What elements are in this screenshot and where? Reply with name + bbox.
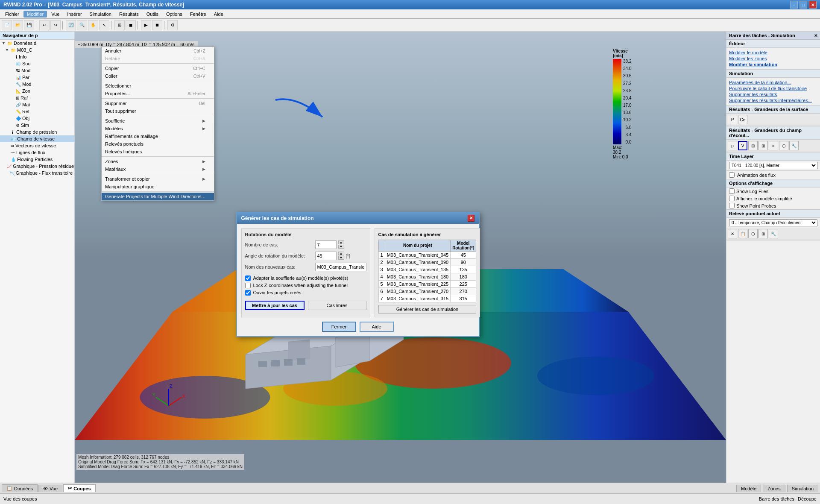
tree-item-m03[interactable]: ▼ 📁 M03_C [0, 47, 74, 53]
tb-open[interactable]: 📂 [13, 20, 23, 30]
table-row[interactable]: 2 M03_Campus_Transient_090 90 [378, 258, 476, 266]
rt-btn-ce[interactable]: Ce [738, 115, 747, 124]
angle-rotation-spinner[interactable]: ▲ ▼ [338, 252, 344, 260]
rt-btn-tool3[interactable]: ⊞ [748, 141, 758, 150]
supprimer-resultats-link[interactable]: Supprimer les résultats [729, 91, 817, 97]
table-row[interactable]: 7 M03_Campus_Transient_315 315 [378, 295, 476, 302]
supprimer-intermediaires-link[interactable]: Supprimer les résultats intermédiaires..… [729, 97, 817, 103]
menu-modifier[interactable]: Modifier [23, 11, 47, 18]
angle-spin-down[interactable]: ▼ [338, 256, 344, 260]
tree-item-rel[interactable]: 📏 Rel [0, 108, 74, 115]
tb-stop[interactable]: ⏹ [152, 20, 162, 30]
checkbox-adapter[interactable] [245, 275, 251, 281]
menu-vue[interactable]: Vue [48, 11, 63, 18]
checkbox-lock[interactable] [245, 283, 251, 288]
tree-item-raf[interactable]: ⊞ Raf [0, 94, 74, 101]
tree-item-champ-vitesse[interactable]: 💨 Champ de vitesse [0, 135, 74, 142]
tb-render[interactable]: ◼ [126, 20, 136, 30]
checkbox-ouvrir[interactable] [245, 290, 251, 296]
cm-copier[interactable]: Copier Ctrl+C [102, 64, 214, 72]
parametres-link[interactable]: Paramètres de la simulation... [729, 79, 817, 85]
tb-save[interactable]: 💾 [24, 20, 34, 30]
poursuivre-link[interactable]: Poursuivre le calcul de flux transitoire [729, 85, 817, 91]
table-row[interactable]: 1 M03_Campus_Transient_045 45 [378, 251, 476, 258]
tb-mesh[interactable]: ⊞ [114, 20, 125, 30]
tree-item-obj[interactable]: 🔷 Obj [0, 115, 74, 122]
nombre-de-cas-spinner[interactable]: ▲ ▼ [338, 240, 344, 249]
tree-item-sou[interactable]: 💨 Sou [0, 60, 74, 67]
cm-raffinements[interactable]: Raffinements de maillage [102, 132, 214, 140]
tree-item-graphique-flux[interactable]: 📉 Graphique - Flux transitoire [0, 170, 74, 176]
releve-btn2[interactable]: 📋 [738, 229, 747, 238]
table-row[interactable]: 5 M03_Campus_Transient_225 225 [378, 280, 476, 287]
menu-inserer[interactable]: Insérer [64, 11, 85, 18]
tab-zones[interactable]: Zones [763, 485, 785, 492]
menu-fichier[interactable]: Fichier [2, 11, 23, 18]
generer-cas-btn[interactable]: Générer les cas de simulation [378, 305, 477, 314]
tb-play[interactable]: ▶ [141, 20, 151, 30]
releve-ponctuel-select[interactable]: 0 - Temporaire, Champ d'écoulement [729, 219, 817, 226]
tab-donnees[interactable]: 📋 Données [2, 484, 38, 492]
close-btn[interactable]: ✕ [809, 1, 817, 9]
right-panel-header[interactable]: Barre des tâches - Simulation ✕ [726, 32, 820, 40]
modifier-simulation-link[interactable]: Modifier la simulation [729, 62, 817, 67]
tab-vue[interactable]: 👁 Vue [38, 485, 62, 492]
table-row[interactable]: 6 M03_Campus_Transient_270 270 [378, 287, 476, 295]
cm-refaire[interactable]: Refaire Ctrl+A [102, 55, 214, 62]
tab-coupes[interactable]: ✂ Coupes [63, 484, 95, 492]
tb-pan[interactable]: ✋ [88, 20, 98, 30]
tree-item-graphique-pression[interactable]: 📈 Graphique - Pression résiduelle [0, 163, 74, 170]
menu-simulation[interactable]: Simulation [86, 11, 115, 18]
releve-btn5[interactable]: 🔧 [769, 229, 778, 238]
tree-item-mod2[interactable]: 🔧 Mod [0, 81, 74, 88]
cm-releves-ponctuels[interactable]: Relevés ponctuels [102, 140, 214, 148]
cm-tout-supprimer[interactable]: Tout supprimer [102, 107, 214, 115]
tree-item-flowing[interactable]: 💧 Flowing Particles [0, 156, 74, 163]
tb-rotate[interactable]: 🔄 [66, 20, 76, 30]
releve-btn4[interactable]: ⊞ [758, 229, 768, 238]
releve-btn3[interactable]: ⬡ [748, 229, 758, 238]
cm-generate-projects[interactable]: Generate Projects for Multiple Wind Dire… [102, 193, 214, 200]
animation-flux-checkbox[interactable] [729, 172, 735, 178]
rt-btn-tool5[interactable]: ≡ [769, 141, 778, 150]
cm-soufflerie[interactable]: Soufflerie ▶ [102, 117, 214, 125]
rt-btn-p[interactable]: P [728, 115, 737, 124]
table-row[interactable]: 3 M03_Campus_Transient_135 135 [378, 266, 476, 273]
minimize-btn[interactable]: – [790, 1, 798, 9]
tb-settings[interactable]: ⚙ [167, 20, 178, 30]
tb-undo[interactable]: ↩ [39, 20, 50, 30]
menu-options[interactable]: Options [163, 11, 186, 18]
modifier-zones-link[interactable]: Modifier les zones [729, 56, 817, 62]
cm-supprimer[interactable]: Supprimer Del [102, 100, 214, 107]
tab-simulation[interactable]: Simulation [787, 485, 818, 492]
mettre-a-jour-btn[interactable]: Mettre à jour les cas [245, 301, 305, 310]
tree-item-mod1[interactable]: 🏗 Mod [0, 67, 74, 74]
angle-spin-up[interactable]: ▲ [338, 252, 344, 255]
rt-btn-tool7[interactable]: 🔧 [789, 141, 799, 150]
tree-item-champ-pression[interactable]: 🌡 Champ de pression [0, 129, 74, 135]
spin-up-btn[interactable]: ▲ [338, 240, 344, 244]
modifier-modele-link[interactable]: Modifier le modèle [729, 50, 817, 56]
spin-down-btn[interactable]: ▼ [338, 245, 344, 249]
rt-btn-p2[interactable]: p [728, 141, 737, 150]
rt-btn-tool6[interactable]: ⬡ [779, 141, 788, 150]
cm-materiaux[interactable]: Matériaux ▶ [102, 165, 214, 173]
time-layer-select[interactable]: T041 - 120.00 [s], Master [729, 162, 817, 169]
tree-item-mai[interactable]: 🔗 Maî [0, 101, 74, 108]
cm-proprietes[interactable]: Propriétés... Alt+Enter [102, 90, 214, 97]
cm-manipulateur[interactable]: Manipulateur graphique [102, 183, 214, 190]
tree-item-donnees[interactable]: ▼ 📁 Données d [0, 40, 74, 47]
fermer-btn[interactable]: Fermer [322, 322, 356, 332]
tb-new[interactable]: 📄 [2, 20, 12, 30]
angle-rotation-input[interactable] [315, 252, 337, 260]
cm-coller[interactable]: Coller Ctrl+V [102, 72, 214, 80]
table-row[interactable]: 4 M03_Campus_Transient_180 180 [378, 273, 476, 280]
dialog-close-button[interactable]: ✕ [468, 215, 474, 222]
show-point-probes-checkbox[interactable] [729, 203, 735, 208]
cm-modeles[interactable]: Modèles ▶ [102, 125, 214, 132]
nom-nouveaux-input[interactable] [315, 263, 366, 271]
tb-select[interactable]: ↖ [99, 20, 109, 30]
tree-item-sim[interactable]: ⚙ Sim [0, 122, 74, 129]
maximize-btn[interactable]: □ [800, 1, 807, 9]
tree-item-zon[interactable]: 📐 Zon [0, 88, 74, 94]
